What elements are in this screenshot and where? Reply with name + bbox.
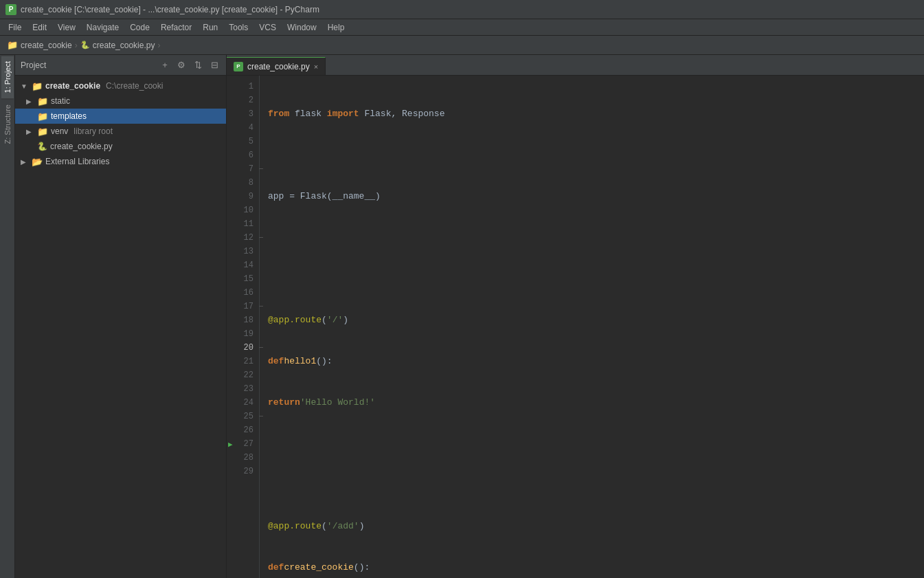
menu-refactor[interactable]: Refactor (155, 21, 197, 34)
code-line-12: def create_cookie(): (268, 561, 924, 575)
line-numbers: 1 2 3 4 5 6 7─ 8 9 10 11 12─ 13 14 15 16… (227, 76, 260, 578)
line-27: ▶27 (227, 437, 259, 451)
line-25: 25─ (227, 410, 259, 423)
line-9: 9 (227, 190, 259, 203)
panel-add-button[interactable]: + (159, 59, 171, 71)
line-17: 17─ (227, 300, 259, 313)
tree-label-external: External Libraries (45, 157, 109, 166)
title-bar: P create_cookie [C:\create_cookie] - ...… (0, 0, 924, 19)
tree-arrow-static: ▶ (26, 98, 34, 105)
line-2: 2 (227, 93, 259, 107)
code-line-4 (268, 231, 924, 245)
tree-label-py: create_cookie.py (50, 142, 113, 151)
code-editor[interactable]: 1 2 3 4 5 6 7─ 8 9 10 11 12─ 13 14 15 16… (227, 76, 924, 578)
breadcrumb-file[interactable]: create_cookie.py (93, 41, 155, 50)
code-line-10 (268, 478, 924, 492)
side-tab-project[interactable]: 1: Project (1, 55, 14, 98)
line-26: 26 (227, 423, 259, 437)
menu-bar: File Edit View Navigate Code Refactor Ru… (0, 19, 924, 36)
tree-label-static: static (51, 96, 70, 106)
tree-sublabel-root: C:\create_cooki (106, 81, 163, 91)
breadcrumb-project[interactable]: create_cookie (21, 41, 72, 50)
panel-sort-button[interactable]: ⇅ (192, 59, 204, 71)
tree-arrow-root: ▼ (21, 82, 29, 90)
breadcrumb: 📁 create_cookie › 🐍 create_cookie.py › (0, 36, 924, 55)
line-29: 29 (227, 465, 259, 478)
line-22: 22 (227, 368, 259, 382)
tree-item-root[interactable]: ▼ 📁 create_cookie C:\create_cooki (15, 78, 226, 93)
tab-filename: create_cookie.py (247, 62, 310, 71)
tree-item-static[interactable]: ▶ 📁 static (15, 93, 226, 109)
tree-label-venv: venv (51, 126, 68, 136)
line-10: 10 (227, 203, 259, 217)
menu-window[interactable]: Window (282, 21, 322, 34)
window-title: create_cookie [C:\create_cookie] - ...\c… (21, 5, 319, 14)
menu-run[interactable]: Run (197, 21, 223, 34)
menu-code[interactable]: Code (124, 21, 155, 34)
side-tab-structure[interactable]: Z: Structure (1, 98, 14, 149)
tree-item-external[interactable]: ▶ 📂 External Libraries (15, 154, 226, 169)
line-14: 14 (227, 258, 259, 272)
editor-tab-active[interactable]: P create_cookie.py × (227, 57, 326, 75)
panel-options-button[interactable]: ⚙ (175, 59, 188, 71)
line-15: 15 (227, 272, 259, 286)
tree-sublabel-venv: library root (74, 126, 113, 136)
line-12: 12─ (227, 231, 259, 245)
line-3: 3 (227, 107, 259, 121)
folder-icon-venv: 📁 (37, 126, 48, 137)
menu-file[interactable]: File (3, 21, 27, 34)
tree-item-templates[interactable]: 📁 templates (15, 109, 226, 124)
main-layout: 1: Project Z: Structure Project + ⚙ ⇅ ⊟ … (0, 55, 924, 578)
line-13: 13 (227, 245, 259, 258)
line-6: 6 (227, 148, 259, 162)
line-20: 20─ (227, 341, 259, 355)
menu-help[interactable]: Help (322, 21, 350, 34)
project-panel: Project + ⚙ ⇅ ⊟ ▼ 📁 create_cookie C:\cre… (15, 55, 227, 578)
line-21: 21 (227, 355, 259, 368)
tree-label-root: create_cookie (45, 81, 100, 91)
folder-icon-external: 📂 (32, 157, 43, 167)
menu-view[interactable]: View (52, 21, 81, 34)
code-line-1: from flask import Flask, Response (268, 107, 924, 121)
line-4: 4 (227, 121, 259, 135)
line-5: 5 (227, 135, 259, 148)
tree-item-py[interactable]: 🐍 create_cookie.py (15, 139, 226, 154)
tree-item-venv[interactable]: ▶ 📁 venv library root (15, 124, 226, 139)
menu-navigate[interactable]: Navigate (81, 21, 124, 34)
line-19: 19 (227, 327, 259, 341)
line-28: 28 (227, 451, 259, 465)
tab-bar: P create_cookie.py × (227, 55, 924, 76)
code-line-5 (268, 272, 924, 286)
line-24: 24 (227, 396, 259, 410)
menu-edit[interactable]: Edit (27, 21, 52, 34)
folder-icon-static: 📁 (37, 96, 48, 107)
tab-close-button[interactable]: × (314, 63, 318, 71)
py-file-icon: 🐍 (37, 142, 47, 151)
line-18: 18 (227, 313, 259, 327)
code-line-8: return 'Hello World!' (268, 396, 924, 410)
menu-vcs[interactable]: VCS (253, 21, 282, 34)
code-line-7: def hello1(): (268, 355, 924, 368)
panel-collapse-button[interactable]: ⊟ (208, 59, 221, 71)
tree-arrow-venv: ▶ (26, 128, 34, 135)
code-line-9 (268, 437, 924, 451)
menu-tools[interactable]: Tools (223, 21, 253, 34)
code-line-11: @app.route('/add') (268, 520, 924, 533)
line-1: 1 (227, 80, 259, 93)
code-line-3: app = Flask(__name__) (268, 190, 924, 203)
code-content[interactable]: from flask import Flask, Response app = … (260, 76, 924, 578)
line-7: 7─ (227, 162, 259, 176)
folder-icon: 📁 (32, 81, 43, 91)
folder-icon-templates: 📁 (37, 111, 48, 122)
file-tree: ▼ 📁 create_cookie C:\create_cooki ▶ 📁 st… (15, 76, 226, 578)
side-tabs: 1: Project Z: Structure (0, 55, 15, 578)
line-8: 8 (227, 176, 259, 190)
line-11: 11 (227, 217, 259, 231)
tab-file-icon: P (234, 62, 243, 71)
tree-label-templates: templates (51, 111, 87, 121)
tree-arrow-external: ▶ (21, 158, 29, 166)
code-line-2 (268, 148, 924, 162)
app-icon: P (5, 4, 16, 15)
panel-header: Project + ⚙ ⇅ ⊟ (15, 55, 226, 76)
panel-title: Project (21, 60, 155, 70)
